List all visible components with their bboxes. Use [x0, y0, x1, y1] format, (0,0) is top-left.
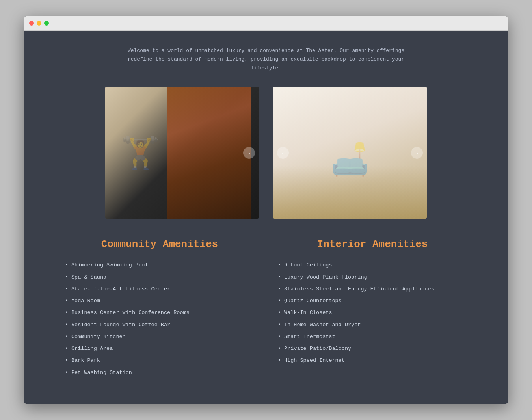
list-item: Walk-In Closets: [278, 309, 467, 317]
living-image-container: ‹ ›: [273, 87, 427, 219]
list-item: Private Patio/Balcony: [278, 345, 467, 353]
intro-text: Welcome to a world of unmatched luxury a…: [116, 46, 416, 72]
app-window: Welcome to a world of unmatched luxury a…: [24, 16, 508, 404]
maximize-dot[interactable]: [44, 21, 49, 26]
list-item: Business Center with Conference Rooms: [65, 309, 254, 317]
main-content: Welcome to a world of unmatched luxury a…: [24, 31, 508, 404]
interior-amenities-list: 9 Foot CeilingsLuxury Wood Plank Floorin…: [278, 261, 467, 364]
list-item: Resident Lounge with Coffee Bar: [65, 321, 254, 329]
list-item: Bark Park: [65, 357, 254, 364]
list-item: Grilling Area: [65, 345, 254, 353]
living-carousel-next-button[interactable]: ›: [411, 147, 423, 159]
amenities-section: Community Amenities Shimmering Swimming …: [63, 238, 469, 381]
list-item: In-Home Washer and Dryer: [278, 321, 467, 329]
living-image: [273, 87, 427, 219]
list-item: Stainless Steel and Energy Efficient App…: [278, 285, 467, 293]
list-item: Smart Thermostat: [278, 333, 467, 341]
list-item: Luxury Wood Plank Flooring: [278, 273, 467, 281]
community-amenities-col: Community Amenities Shimmering Swimming …: [65, 238, 254, 381]
list-item: Community Kitchen: [65, 333, 254, 341]
gym-carousel-next-button[interactable]: ›: [243, 147, 255, 159]
community-amenities-title: Community Amenities: [65, 238, 254, 250]
titlebar: [24, 16, 508, 31]
gym-image: [105, 87, 259, 219]
list-item: 9 Foot Ceilings: [278, 261, 467, 269]
list-item: State-of-the-Art Fitness Center: [65, 285, 254, 293]
close-dot[interactable]: [29, 21, 34, 26]
list-item: Shimmering Swimming Pool: [65, 261, 254, 269]
community-amenities-list: Shimmering Swimming PoolSpa & SaunaState…: [65, 261, 254, 377]
list-item: Quartz Countertops: [278, 297, 467, 305]
interior-amenities-col: Interior Amenities 9 Foot CeilingsLuxury…: [278, 238, 467, 381]
living-carousel-prev-button[interactable]: ‹: [277, 147, 289, 159]
minimize-dot[interactable]: [37, 21, 41, 26]
gym-image-container: ›: [105, 87, 259, 219]
images-row: › ‹ ›: [63, 87, 469, 219]
list-item: Yoga Room: [65, 297, 254, 305]
list-item: Spa & Sauna: [65, 273, 254, 281]
list-item: High Speed Internet: [278, 357, 467, 364]
list-item: Pet Washing Station: [65, 369, 254, 377]
interior-amenities-title: Interior Amenities: [278, 238, 467, 250]
